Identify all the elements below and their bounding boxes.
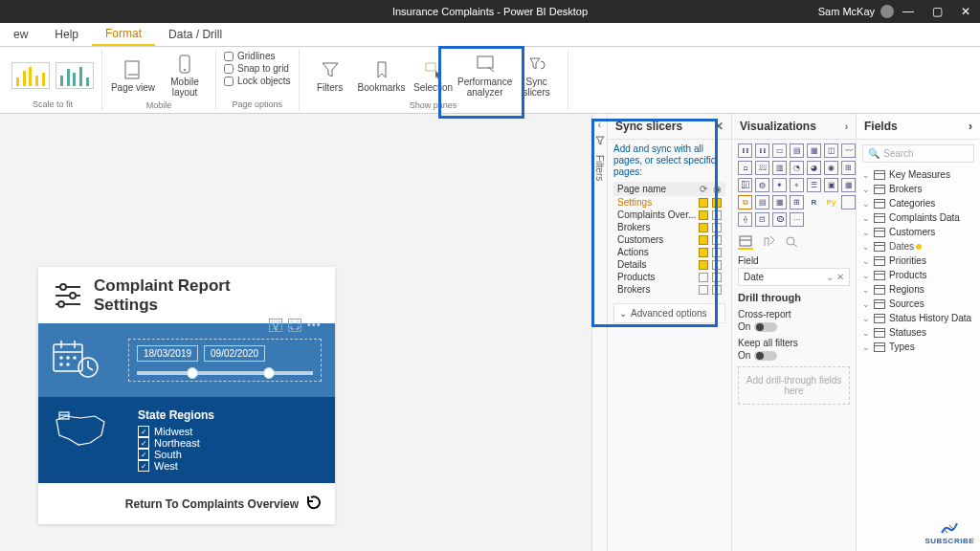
maximize-button[interactable]: ▢ xyxy=(923,0,951,23)
visible-checkbox[interactable] xyxy=(712,273,722,282)
viz-type-icon[interactable]: ◍ xyxy=(755,178,769,192)
region-item[interactable]: Midwest xyxy=(138,426,322,437)
field-table[interactable]: ⌄Status History Data xyxy=(862,311,974,325)
sync-checkbox[interactable] xyxy=(699,223,708,232)
regions-list[interactable]: Midwest Northeast South West xyxy=(138,426,322,472)
viz-type-py[interactable]: Py xyxy=(824,195,838,209)
field-table[interactable]: ⌄Priorities xyxy=(862,253,974,268)
chevron-right-icon[interactable]: › xyxy=(969,120,972,133)
sync-slicers-button[interactable]: Sync slicers xyxy=(514,51,560,100)
fields-search[interactable]: 🔍 Search xyxy=(862,144,974,163)
gridlines-checkbox[interactable]: Gridlines xyxy=(224,51,275,61)
visible-checkbox[interactable] xyxy=(712,285,722,295)
field-table[interactable]: ⌄Statuses xyxy=(862,325,974,340)
field-table[interactable]: ⌄Complaints Data xyxy=(862,210,974,225)
sync-checkbox[interactable] xyxy=(699,285,708,295)
sync-checkbox[interactable] xyxy=(699,273,708,282)
viz-type-icon[interactable]: ▤ xyxy=(755,195,769,209)
selection-pane-button[interactable]: Selection xyxy=(411,51,457,100)
viz-type-icon[interactable]: ⿲ xyxy=(738,178,752,192)
viz-type-r[interactable]: R xyxy=(807,195,821,209)
viz-type-icon[interactable] xyxy=(841,195,856,209)
bookmarks-pane-button[interactable]: Bookmarks xyxy=(359,51,405,100)
sync-checkbox[interactable] xyxy=(699,235,708,245)
page-row[interactable]: Actions xyxy=(613,246,725,258)
visible-checkbox[interactable] xyxy=(712,260,722,270)
drill-through-well[interactable]: Add drill-through fields here xyxy=(738,366,850,405)
viz-type-icon[interactable]: ⩍ xyxy=(738,161,752,175)
viz-type-icon[interactable]: ⟠ xyxy=(738,212,752,227)
sync-checkbox[interactable] xyxy=(699,198,708,208)
viz-type-icon[interactable]: ⊞ xyxy=(841,161,856,175)
user-area[interactable]: Sam McKay xyxy=(818,5,894,18)
sync-checkbox[interactable] xyxy=(699,260,708,270)
minimize-button[interactable]: — xyxy=(894,0,923,23)
page-row[interactable]: Brokers xyxy=(613,221,725,233)
viz-type-icon[interactable]: ▣ xyxy=(824,178,838,192)
analytics-tab-icon[interactable] xyxy=(784,234,799,250)
lock-checkbox[interactable]: Lock objects xyxy=(224,76,291,86)
page-row[interactable]: Details xyxy=(613,258,725,271)
tab-data-drill[interactable]: Data / Drill xyxy=(155,23,235,46)
field-well-date[interactable]: Date ⌄ ✕ xyxy=(738,268,850,286)
mobile-layout-button[interactable]: Mobile layout xyxy=(162,51,208,100)
viz-type-icon[interactable]: ▤ xyxy=(790,143,804,158)
page-row[interactable]: Complaints Over... xyxy=(613,209,725,221)
report-canvas[interactable]: Complaint ReportSettings ••• 18/03/2019 … xyxy=(0,114,591,551)
tab-format[interactable]: Format xyxy=(92,23,155,46)
slicer-filter-icon[interactable] xyxy=(269,319,282,332)
filters-pane-collapsed[interactable]: ‹ Filters xyxy=(591,114,607,551)
viz-type-icon[interactable]: ▥ xyxy=(772,161,787,175)
viz-type-icon[interactable]: ⫾⫾ xyxy=(755,143,769,158)
return-button[interactable]: Return To Complaints Overview xyxy=(38,483,335,524)
region-item[interactable]: West xyxy=(138,460,322,472)
theme-thumbnail[interactable] xyxy=(11,62,50,89)
field-table[interactable]: ⌄Regions xyxy=(862,282,974,297)
keep-filters-toggle[interactable]: On xyxy=(738,350,850,361)
viz-type-icon[interactable]: ◔ xyxy=(790,161,804,175)
sync-checkbox[interactable] xyxy=(699,210,708,220)
viz-type-icon[interactable]: ☰ xyxy=(807,178,821,192)
cross-report-toggle[interactable]: On xyxy=(738,321,850,332)
viz-type-icon[interactable]: ▦ xyxy=(807,143,821,158)
visible-checkbox[interactable] xyxy=(712,223,722,232)
theme-thumbnail[interactable] xyxy=(56,62,94,89)
slicer-more-icon[interactable]: ••• xyxy=(307,319,321,332)
date-from[interactable]: 18/03/2019 xyxy=(137,345,198,362)
field-table[interactable]: ⌄Products xyxy=(862,268,974,282)
chevron-right-icon[interactable]: › xyxy=(845,121,848,132)
viz-type-icon[interactable]: ◉ xyxy=(824,161,838,175)
filters-pane-button[interactable]: Filters xyxy=(307,51,353,100)
field-table[interactable]: ⌄Dates xyxy=(862,239,974,253)
visible-checkbox[interactable] xyxy=(712,210,722,220)
page-row[interactable]: Settings xyxy=(613,196,725,209)
viz-type-icon[interactable]: ⫿⫿ xyxy=(738,143,752,158)
page-view-button[interactable]: Page view xyxy=(110,51,156,100)
field-table[interactable]: ⌄Key Measures xyxy=(862,167,974,182)
field-table[interactable]: ⌄Customers xyxy=(862,225,974,239)
viz-type-icon[interactable]: ✦ xyxy=(772,178,787,192)
viz-type-icon[interactable]: ◕ xyxy=(807,161,821,175)
viz-type-icon[interactable]: ◫ xyxy=(824,143,838,158)
fields-tab-icon[interactable] xyxy=(738,234,753,250)
tab-help[interactable]: Help xyxy=(41,23,92,46)
field-table[interactable]: ⌄Types xyxy=(862,340,974,354)
date-range-slider[interactable] xyxy=(137,371,313,375)
field-table[interactable]: ⌄Brokers xyxy=(862,182,974,196)
viz-type-slicer-icon[interactable]: ⧉ xyxy=(738,195,752,209)
viz-type-icon[interactable]: ⭙ xyxy=(772,212,787,227)
viz-type-icon[interactable]: ⊞ xyxy=(790,195,804,209)
viz-type-icon[interactable]: ⌖ xyxy=(790,178,804,192)
snap-checkbox[interactable]: Snap to grid xyxy=(224,63,289,74)
visible-checkbox[interactable] xyxy=(712,248,722,257)
visible-checkbox[interactable] xyxy=(712,235,722,245)
viz-type-icon[interactable]: ▦ xyxy=(841,178,856,192)
close-icon[interactable]: ✕ xyxy=(714,120,724,133)
page-row[interactable]: Customers xyxy=(613,233,725,246)
sync-checkbox[interactable] xyxy=(699,248,708,257)
region-item[interactable]: Northeast xyxy=(138,437,322,449)
date-slicer[interactable]: ••• 18/03/2019 09/02/2020 xyxy=(128,339,322,382)
viz-type-icon[interactable]: ⊡ xyxy=(755,212,769,227)
field-table[interactable]: ⌄Sources xyxy=(862,297,974,311)
performance-analyzer-button[interactable]: Performance analyzer xyxy=(462,51,508,100)
